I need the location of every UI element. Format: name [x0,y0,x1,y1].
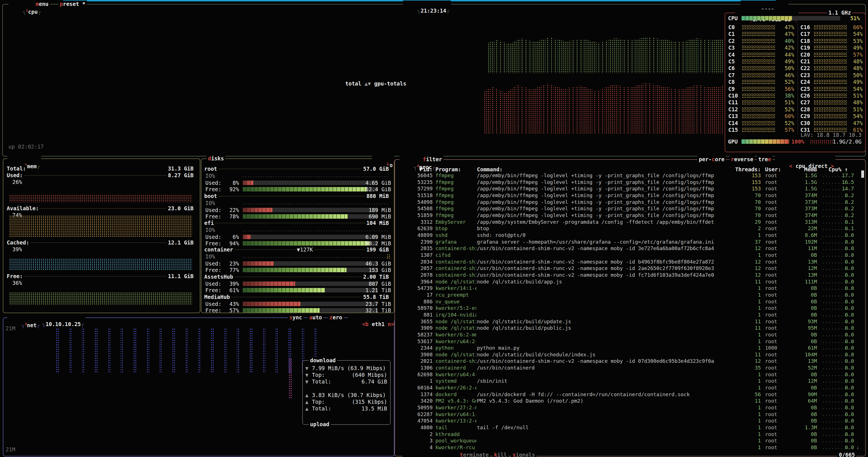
process-row[interactable]: 2034containerd-shim/usr/bin/containerd-s… [395,259,865,265]
clock: ┐21:23:14┌ [403,1,451,7]
process-row[interactable]: 3312EmbyServer/app/emby/system/EmbyServe… [395,219,865,225]
mem-pct: 36% [12,280,199,286]
process-row[interactable]: 58237kworker/6:2-mm_p1root0B..........0.… [395,331,865,338]
core-mini-graph [814,114,847,118]
net-auto-button[interactable]: auto [308,314,323,321]
mem-usage-graph [9,259,192,270]
core-row: C2554% [725,86,865,92]
process-row[interactable]: 60164kworker/26:2-eve1root0B..........0.… [395,384,865,391]
process-row[interactable]: 886nv_queue1root0B..........0.0 [395,298,865,305]
process-row[interactable]: 58970kworker/5:2-even1root0B..........0.… [395,305,865,312]
proc-header-row: Pid:Program:Command:Threads:User:MemBCpu… [395,166,865,173]
disk-free-row: Free:92%52.4 GiB [201,186,393,193]
process-row[interactable]: 17rcu_preempt1root0B..........0.0 [395,292,865,298]
process-row[interactable]: 1374dockerd/usr/bin/dockerd -H fd:// --c… [395,391,865,398]
process-row[interactable]: 51859ffmpeg/app/emby/bin/ffmpeg -logleve… [395,212,865,219]
mem-pct: 26% [12,178,199,185]
core-row: C3047% [725,120,865,126]
mem-usage-graph [9,292,192,305]
process-row[interactable]: 1307cifsd1root0B..........0.0 [395,252,865,259]
disk-name-row[interactable]: container▼127K199 GiB [203,246,391,253]
disk-free-row: Free:78%690 MiB [201,213,393,220]
process-row[interactable]: 57299ffmpeg/app/emby/bin/ffmpeg -logleve… [395,185,865,192]
process-row[interactable]: 3pool_workqueue_r1root0B..........0.0 [395,437,865,444]
disk-name-row[interactable]: MediaHub55.8 TiB [203,294,391,300]
disk-used-row: Used:39%807 GiB [201,281,393,287]
process-row[interactable]: 48899sshdsshd: root@pts/01root8.6M......… [395,232,865,238]
process-row[interactable]: 3909node /ql/staticnode /ql/static/build… [395,325,865,331]
process-row[interactable]: 54739kworker/14:1-eve1root0B..........0.… [395,285,865,292]
net-stat-row: ▲3.83 KiB/s (30.7 Kibps) [303,392,390,398]
process-row[interactable]: 51518ffmpeg/app/emby/bin/ffmpeg -logleve… [395,192,865,199]
process-row[interactable]: 56045ffmpeg/app/emby/bin/ffmpeg -logleve… [395,172,865,179]
disk-name-row[interactable]: efi104 MiB [203,220,391,226]
net-stat-row: ▼Top:(640 Mibps) [303,371,390,378]
net-scale-top: 21M [6,325,15,331]
process-row[interactable]: 3964node /ql/staticnode /ql/static/build… [395,279,865,285]
preset-button[interactable]: preset * [58,1,87,7]
process-row[interactable]: 2344pythonpython main.py1100061M........… [395,345,865,351]
process-row[interactable]: 62639btopbtop2root22M..........0.1 [395,225,865,232]
cpu-total-meter: CPU51% [725,15,865,22]
proc-kill-button[interactable]: kill [493,451,508,457]
disk-name-row[interactable]: root57.0 GiB [203,165,391,172]
process-row[interactable]: 62287kworker/u64:1-fl1root0B..........0.… [395,411,865,418]
disk-name-row[interactable]: AssetsHub2.00 TiB [203,273,391,280]
process-row[interactable]: 2390grafanagrafana server --homepath=/us… [395,238,865,245]
graph-divider-label[interactable]: total ▲▼ gpu-totals [331,73,408,80]
process-row[interactable]: 2kthreadd1root0B..........0.0 [395,431,865,438]
net-stat-row: ▲Top:(315 Kibps) [303,398,390,405]
net-stat-row: ▲Total:13.5 MiB [303,405,390,412]
disk-io-row: IO% [201,253,393,260]
core-mini-graph [814,100,847,105]
mem-usage-graph [9,195,192,202]
core-row: C2057% [725,51,865,58]
disk-used-row: Used:6%6.09 MiB [201,233,393,240]
process-row[interactable]: 881irq/104-nvidia1root0B..........0.0 [395,312,865,318]
process-row[interactable]: 53235ffmpeg/app/emby/bin/ffmpeg -logleve… [395,179,865,186]
menu-button[interactable]: menu [34,1,50,7]
proc-scrollbar[interactable] [861,170,864,178]
process-row[interactable]: 54098ffmpeg/app/emby/bin/ffmpeg -logleve… [395,199,865,205]
net-ip-label: ┐10.10.10.25┌ [28,314,86,321]
process-row[interactable]: 2078containerd-shim/usr/bin/containerd-s… [395,272,865,279]
net-download-graph [56,329,320,373]
process-row[interactable]: 3655node /ql/staticnode /ql/static/build… [395,318,865,325]
core-row: C2851% [725,106,865,113]
process-row[interactable]: 3420PM2 v5.4.3: GodPM2 v5.4.3: God Daemo… [395,398,865,404]
process-row[interactable]: 53617kworker/u64:2-ev1root0B..........0.… [395,338,865,345]
mem-usage-graph [9,216,192,237]
disk-io-row: IO% [201,227,393,233]
net-interface-switcher[interactable]: <b eth1 n> [348,314,396,321]
core-mini-graph [814,45,847,50]
net-stat-row: ▼Total:6.74 GiB [303,378,390,385]
btop-terminal: ┐1cpu┌ menu preset * ┐21:23:14┌ - 1000ms… [0,0,868,457]
process-row[interactable]: 50959kworker/27:2-mm_1root0B..........0.… [395,404,865,411]
disk-free-row: Free:57%32.1 TiB [201,307,393,314]
disk-used-row: Used:22%189 MiB [201,207,393,214]
net-sync-button[interactable]: sync [288,314,304,321]
process-row[interactable]: 4kworker/R-rcu_g1root0B..........0.0↓ [395,444,865,451]
core-mini-graph [814,53,847,57]
net-scale-bottom: 21M [6,446,15,453]
process-row[interactable]: 2021containerd-shim/usr/bin/containerd-s… [395,358,865,364]
net-zero-button[interactable]: zero [328,314,344,321]
core-row: C2449% [725,78,865,85]
proc-terminate-button[interactable]: terminate [458,451,490,457]
proc-signals-button[interactable]: signals [511,451,536,457]
core-row: C2148% [725,58,865,65]
process-row[interactable]: 3908node /ql/staticnode /ql/static/build… [395,351,865,358]
mem-row-total: Total:31.3 GiB [6,165,196,172]
process-row[interactable]: 62698kworker/u64:4-ev1root0B..........0.… [395,371,865,378]
process-row[interactable]: 2035containerd-shim/usr/bin/containerd-s… [395,245,865,252]
process-row[interactable]: 1systemd/sbin/init1root12M..........0.0 [395,378,865,384]
process-row[interactable]: 47054kworker/13:2-eve1root0B..........0.… [395,418,865,424]
process-row[interactable]: 1306containerd/usr/bin/containerd35root5… [395,364,865,371]
process-row[interactable]: 2057containerd-shim/usr/bin/containerd-s… [395,265,865,272]
core-row: C1853% [725,38,865,44]
update-interval: - 1000ms + [741,1,788,7]
process-row[interactable]: 4080tailtail -f /dev/null1root1.3M......… [395,424,865,431]
disk-used-row: Used:23%46.3 GiB [201,260,393,267]
disk-name-row[interactable]: boot880 MiB [203,193,391,199]
process-row[interactable]: 54508ffmpeg/app/emby/bin/ffmpeg -logleve… [395,205,865,212]
